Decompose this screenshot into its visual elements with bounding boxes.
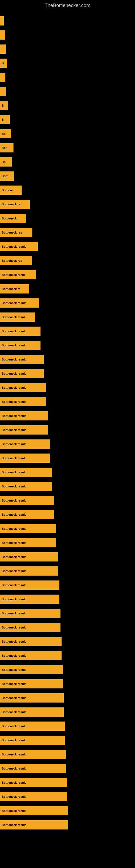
bar-row: Bottleneck re [0, 282, 135, 296]
bar-row: Bottleneck result [0, 423, 135, 437]
bar-row [0, 14, 135, 28]
bar: Bott [0, 172, 14, 181]
bar-label: Bot [2, 146, 6, 150]
bar-label: Bottleneck result [2, 372, 26, 375]
bar-row: B [0, 113, 135, 127]
bar: B [0, 59, 7, 68]
bar-row: Bottleneck result [0, 719, 135, 733]
bar: Bottleneck result [0, 764, 66, 773]
bar-label: Bottleneck result [2, 767, 26, 770]
bar-label: Bottleneck resul [2, 315, 25, 319]
bar-label: Bottleneck result [2, 400, 26, 403]
bar: Bottleneck result [0, 369, 44, 378]
bar-row: Bottleneck result [0, 493, 135, 507]
bar-row: Bottleneck result [0, 564, 135, 578]
bar-label: Bo [2, 132, 6, 135]
bar-label: Bottleneck re [2, 203, 20, 206]
bar-label: Bottleneck result [2, 457, 26, 460]
bar-label: B [2, 62, 4, 65]
bar: Bottlene [0, 186, 21, 195]
bar-row: Bottleneck result [0, 592, 135, 606]
bar: Bottleneck result [0, 778, 67, 787]
site-title: TheBottlenecker.com [0, 0, 135, 14]
bar-row: Bottleneck result [0, 663, 135, 677]
bar: Bo [0, 157, 12, 166]
bar-row: Bottleneck result [0, 775, 135, 789]
bar-label: Bottleneck result [2, 668, 26, 671]
bar-label: Bottleneck resul [2, 273, 25, 276]
bar: Bottleneck result [0, 299, 39, 308]
bar: Bottleneck res [0, 256, 32, 265]
bar: Bottleneck result [0, 327, 41, 336]
bar: Bottleneck resul [0, 270, 36, 279]
bar: Bottleneck resul [0, 312, 35, 322]
bar-row: B [0, 56, 135, 70]
bar-label: Bottleneck result [2, 344, 26, 347]
bar: Bottleneck result [0, 496, 54, 505]
bar-label: Bottleneck result [2, 654, 26, 657]
bar: Bottleneck result [0, 623, 60, 632]
bar: Bottleneck result [0, 454, 50, 463]
bar-row: Bottleneck result [0, 479, 135, 493]
bar-label: Bottleneck result [2, 710, 26, 714]
bar: Bo [0, 129, 11, 138]
bar-label: Bottleneck result [2, 739, 26, 742]
bar [0, 30, 5, 40]
bar-row: Bottleneck re [0, 197, 135, 211]
bar-label: Bo [2, 160, 6, 163]
bar-row: Bottleneck res [0, 225, 135, 240]
bar-row: Bottleneck result [0, 705, 135, 719]
bar-row: Bottleneck result [0, 409, 135, 423]
bar: Bottleneck result [0, 707, 64, 717]
bar-row: Bottleneck result [0, 507, 135, 522]
bars-container: BBBBoBotBoBottBottleneBottleneck reBottl… [0, 14, 135, 837]
bar-label: Bottleneck [2, 217, 17, 220]
bar-row: Bottleneck result [0, 352, 135, 367]
bar: Bottleneck result [0, 792, 67, 801]
bar-row: Bottleneck result [0, 733, 135, 747]
bar-row: Bott [0, 169, 135, 183]
bar-row: Bottleneck result [0, 606, 135, 620]
bar-label: Bottleneck result [2, 640, 26, 643]
bar: Bottleneck result [0, 609, 60, 618]
bar: Bottleneck result [0, 355, 44, 364]
bar-label: Bottleneck result [2, 781, 26, 784]
bar-row: Bottleneck result [0, 634, 135, 649]
bar-row: Bottleneck result [0, 818, 135, 832]
bar-row: Bottleneck result [0, 338, 135, 352]
bar-label: Bottleneck result [2, 584, 26, 587]
bar: Bottleneck result [0, 341, 41, 350]
bar-row: Bottleneck res [0, 254, 135, 268]
bar-row: Bottleneck [0, 211, 135, 225]
bar-label: Bottlene [2, 188, 13, 192]
bar-label: Bottleneck result [2, 569, 26, 572]
bar-label: Bottleneck result [2, 682, 26, 685]
bar-label: Bottleneck result [2, 358, 26, 361]
bar-row [0, 84, 135, 98]
bar: Bottleneck result [0, 383, 46, 392]
bar: Bottleneck result [0, 721, 65, 731]
bar [0, 44, 6, 54]
bar-row: Bot [0, 141, 135, 155]
bar-row: Bottleneck result [0, 465, 135, 479]
bar-label: Bottleneck result [2, 499, 26, 502]
bar-label: Bottleneck result [2, 428, 26, 432]
bar-label: Bottleneck result [2, 555, 26, 558]
bar-label: Bottleneck result [2, 301, 26, 305]
bar: Bottleneck result [0, 552, 58, 561]
bar-label: B [2, 118, 4, 121]
bar: Bottleneck result [0, 411, 48, 421]
bar-label: Bottleneck result [2, 809, 26, 812]
bar-label: Bott [2, 175, 8, 178]
bar [0, 73, 5, 82]
bar-row: Bottleneck result [0, 691, 135, 705]
bar: Bottleneck result [0, 425, 48, 435]
bar-row: Bottleneck result [0, 296, 135, 310]
bar: Bottleneck re [0, 284, 29, 293]
bar-row: Bottleneck result [0, 451, 135, 465]
bar-label: Bottleneck result [2, 245, 26, 248]
bar: Bottleneck re [0, 199, 30, 209]
bar-label: Bottleneck result [2, 330, 26, 333]
bar-row: Bottleneck result [0, 437, 135, 451]
bar-label: Bottleneck result [2, 823, 26, 827]
